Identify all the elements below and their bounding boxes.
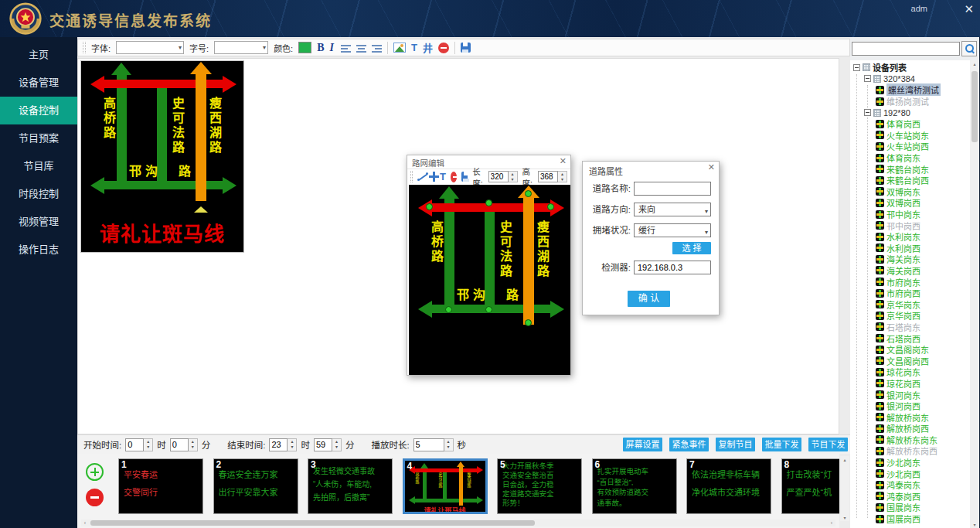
dialog-close-icon[interactable]: ✕: [560, 156, 567, 166]
tree-device[interactable]: 体育岗西: [850, 118, 970, 130]
sign-preview-canvas[interactable]: 高桥路 史可法路 瘦西湖路 邗沟 路 请礼让斑马线: [80, 60, 244, 253]
sidebar-item-program-library[interactable]: 节目库: [0, 152, 77, 180]
font-select[interactable]: ▾: [116, 41, 184, 54]
tree-device[interactable]: 沙北岗东: [850, 457, 970, 468]
spinner-down-icon[interactable]: ▾: [144, 445, 152, 451]
tree-group[interactable]: 192*80: [850, 107, 970, 118]
road-network-tool-icon[interactable]: 井: [423, 40, 433, 55]
search-button[interactable]: [961, 41, 977, 56]
tree-device[interactable]: 沙北岗西: [850, 468, 970, 479]
tree-device[interactable]: 双博岗东: [850, 186, 970, 198]
tree-device[interactable]: 螺丝湾桥测试: [850, 84, 970, 96]
tree-device[interactable]: 鸿泰岗东: [850, 479, 970, 491]
save-icon[interactable]: [461, 172, 468, 182]
tree-device[interactable]: 银河岗西: [850, 400, 970, 412]
tree-device[interactable]: 火车站岗西: [850, 141, 970, 152]
tree-device[interactable]: 国展岗东: [850, 502, 970, 513]
road-node-handle[interactable]: [485, 306, 492, 313]
road-direction-select[interactable]: 来向▾: [634, 203, 711, 216]
add-program-button[interactable]: [86, 463, 104, 481]
road-network-edit-canvas[interactable]: 高桥路 史可法路 瘦西湖路 邗沟 路: [409, 185, 570, 375]
tree-device[interactable]: 京华岗西: [850, 310, 970, 322]
tree-device[interactable]: 来鹤台岗东: [850, 163, 970, 175]
length-input[interactable]: [488, 171, 509, 182]
spinner-up-icon[interactable]: ▴: [189, 439, 197, 445]
spinner-up-icon[interactable]: ▴: [332, 439, 341, 445]
tree-device[interactable]: 国展岗西: [850, 513, 970, 525]
emergency-event-button[interactable]: 紧急事件: [669, 438, 709, 451]
save-icon[interactable]: [461, 43, 471, 53]
dialog-close-icon[interactable]: ✕: [708, 162, 715, 172]
road-node-handle[interactable]: [445, 306, 452, 313]
playlist-thumb-5[interactable]: 5大力开展秋冬季交通安全整治百日会战，全力稳定道路交通安全形势！: [497, 458, 582, 514]
tree-device[interactable]: 市府岗东: [850, 276, 970, 288]
congestion-select[interactable]: 缓行▾: [634, 223, 711, 237]
tree-device[interactable]: 维扬岗测试: [850, 96, 970, 107]
scrollbar-thumb[interactable]: [971, 71, 978, 142]
tree-device[interactable]: 市府岗西: [850, 288, 970, 299]
road-node-handle[interactable]: [485, 199, 492, 206]
tree-device[interactable]: 石塔岗西: [850, 332, 970, 344]
tree-device[interactable]: 解放桥东岗东: [850, 434, 970, 446]
tree-device[interactable]: 水利岗东: [850, 231, 970, 243]
sidebar-item-device-control[interactable]: 设备控制: [0, 97, 77, 124]
detector-input[interactable]: [634, 261, 711, 274]
start-minute-input[interactable]: [170, 438, 189, 451]
playlist-thumb-4[interactable]: 4高桥路史可法路瘦西湖路请礼让斑马线: [403, 458, 488, 514]
tree-device[interactable]: 水利岗西: [850, 243, 970, 254]
height-input[interactable]: [538, 171, 558, 182]
sidebar-item-home[interactable]: 主页: [0, 41, 77, 69]
spinner-down-icon[interactable]: ▾: [509, 177, 517, 182]
spinner-down-icon[interactable]: ▾: [332, 445, 341, 451]
text-tool-icon[interactable]: T: [440, 171, 446, 182]
playlist-thumb-8[interactable]: 8打击改装“灯严查严处“机: [781, 458, 840, 514]
tree-device[interactable]: 邗中岗西: [850, 220, 970, 231]
font-size-select[interactable]: ▾: [214, 41, 268, 54]
play-duration-input[interactable]: [413, 438, 444, 451]
window-close-icon[interactable]: ✕: [964, 2, 974, 16]
road-node-handle[interactable]: [525, 319, 532, 326]
playlist-thumb-7[interactable]: 7依法治理非标车辆净化城市交通环境: [686, 458, 771, 514]
align-right-icon[interactable]: [372, 43, 382, 53]
user-menu[interactable]: adm: [911, 4, 927, 13]
tree-device[interactable]: 邗中岗东: [850, 209, 970, 220]
crossroad-tool-icon[interactable]: [429, 172, 435, 182]
batch-send-button[interactable]: 批量下发: [762, 438, 801, 451]
sidebar-item-time-control[interactable]: 时段控制: [0, 180, 77, 208]
spinner-down-icon[interactable]: ▾: [444, 445, 453, 451]
scrollbar-thumb[interactable]: [90, 520, 535, 526]
tree-device[interactable]: 海关岗西: [850, 265, 970, 277]
end-hour-input[interactable]: [269, 438, 288, 451]
scroll-left-icon[interactable]: ‹: [81, 519, 89, 526]
playlist-thumb-2[interactable]: 2春运安全连万家出行平安靠大家: [213, 458, 298, 514]
tree-device[interactable]: 体育岗东: [850, 152, 970, 164]
program-send-button[interactable]: 节目下发: [808, 438, 848, 451]
device-search-input[interactable]: [852, 42, 960, 56]
spinner-up-icon[interactable]: ▴: [288, 439, 296, 445]
tree-device[interactable]: 琼花岗东: [850, 366, 970, 378]
scroll-up-icon[interactable]: ▴: [840, 457, 849, 462]
tree-expander-icon[interactable]: [864, 109, 871, 116]
bold-button[interactable]: B: [317, 42, 324, 54]
tree-device[interactable]: 石塔岗东: [850, 322, 970, 333]
align-center-icon[interactable]: [356, 43, 366, 53]
italic-button[interactable]: I: [330, 42, 335, 54]
tree-expander-icon[interactable]: [864, 75, 871, 82]
playlist-thumb-1[interactable]: 1平安春运交警同行: [118, 458, 203, 514]
confirm-button[interactable]: 确 认: [628, 291, 670, 307]
align-left-icon[interactable]: [341, 43, 351, 53]
tree-device[interactable]: 火车站岗东: [850, 130, 970, 141]
tree-device[interactable]: 解放桥岗东: [850, 411, 970, 423]
playlist-thumb-6[interactable]: 6扎实开展电动车“百日整治”,有效预防道路交通事故。: [592, 458, 677, 514]
playlist-horizontal-scrollbar[interactable]: ‹ ›: [81, 519, 835, 526]
end-minute-input[interactable]: [314, 438, 332, 451]
text-tool-icon[interactable]: T: [411, 42, 417, 53]
delete-icon[interactable]: [451, 172, 457, 182]
tree-device[interactable]: 解放桥岗西: [850, 423, 970, 434]
tree-device[interactable]: 来鹤台岗西: [850, 175, 970, 186]
road-node-handle[interactable]: [426, 203, 433, 210]
tree-device[interactable]: 解放桥东岗西: [850, 445, 970, 457]
screen-settings-button[interactable]: 屏幕设置: [623, 438, 662, 451]
tree-expander-icon[interactable]: [853, 64, 860, 71]
road-name-input[interactable]: [634, 182, 711, 196]
